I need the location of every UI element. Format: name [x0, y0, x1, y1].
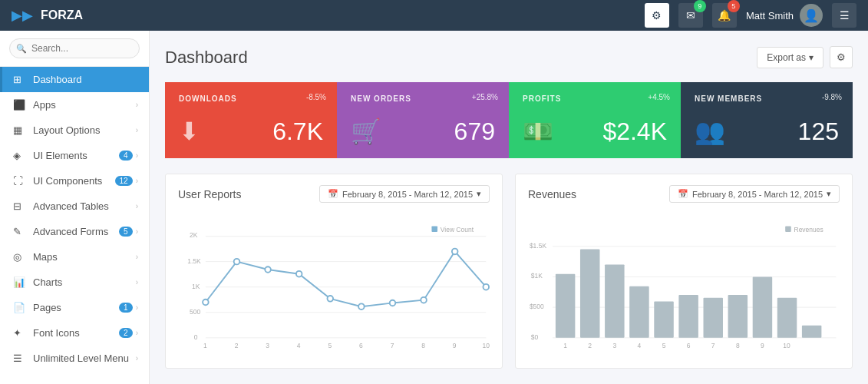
arrow-icon: › — [136, 303, 138, 312]
sidebar-item-unlimited-menu[interactable]: ☰ Unlimited Level Menu › — [0, 346, 149, 371]
revenue-bar-6 — [678, 295, 698, 338]
svg-text:1: 1 — [563, 342, 567, 349]
svg-rect-30 — [431, 226, 437, 232]
downloads-label: DOWNLOADS — [179, 94, 323, 103]
main-layout: 🔍 ⊞ Dashboard ⬛ Apps › ▦ Layout Options … — [0, 31, 868, 384]
gear-button[interactable]: ⚙ — [645, 3, 669, 28]
search-input[interactable] — [9, 38, 140, 58]
revenues-date: February 8, 2015 - March 12, 2015 — [692, 190, 823, 199]
arrow-icon: › — [136, 126, 138, 134]
bell-icon: 🔔 — [718, 9, 731, 22]
svg-text:3: 3 — [266, 342, 269, 349]
svg-text:$1.5K: $1.5K — [530, 242, 547, 250]
pages-icon: 📄 — [13, 302, 28, 313]
svg-text:10: 10 — [483, 342, 490, 349]
user-info: Matt Smith 👤 — [746, 4, 823, 27]
svg-point-10 — [203, 300, 209, 306]
revenue-bar-11 — [802, 326, 821, 338]
revenue-bar-5 — [654, 302, 673, 338]
sidebar-label-charts: Charts — [33, 276, 136, 288]
arrow-icon: › — [136, 202, 138, 210]
user-reports-header: User Reports 📅 February 8, 2015 - March … — [178, 185, 490, 203]
hamburger-button[interactable]: ☰ — [832, 3, 856, 28]
sidebar-label-pages: Pages — [33, 302, 119, 313]
sidebar-item-advanced-tables[interactable]: ⊟ Advanced Tables › — [0, 194, 149, 219]
calendar-icon-revenues: 📅 — [678, 189, 688, 199]
svg-text:7: 7 — [711, 342, 715, 349]
sidebar-search-container: 🔍 — [0, 31, 149, 67]
user-reports-chart: 0 500 1K 1.5K 2K — [178, 212, 490, 354]
user-reports-date-range[interactable]: 📅 February 8, 2015 - March 12, 2015 ▾ — [319, 185, 490, 203]
sidebar-item-layout-options[interactable]: ▦ Layout Options › — [0, 118, 149, 143]
sidebar: 🔍 ⊞ Dashboard ⬛ Apps › ▦ Layout Options … — [0, 31, 150, 384]
arrow-icon: › — [136, 177, 138, 185]
sidebar-label-font-icons: Font Icons — [33, 327, 119, 339]
messages-button[interactable]: ✉ 9 — [678, 3, 703, 28]
svg-text:Revenues: Revenues — [794, 226, 823, 233]
header-actions: Export as ▾ ⚙ — [757, 46, 853, 68]
revenues-date-range[interactable]: 📅 February 8, 2015 - March 12, 2015 ▾ — [669, 185, 840, 203]
logo-text: FORZA — [41, 8, 83, 22]
arrow-icon: › — [136, 329, 138, 337]
sidebar-label-advanced-tables: Advanced Tables — [33, 200, 136, 212]
arrow-icon: › — [136, 227, 138, 236]
content-settings-button[interactable]: ⚙ — [830, 46, 853, 68]
hamburger-icon: ☰ — [840, 9, 850, 22]
pages-badge: 1 — [119, 303, 133, 313]
sidebar-item-advanced-forms[interactable]: ✎ Advanced Forms 5 › — [0, 219, 149, 244]
unlimited-menu-icon: ☰ — [13, 353, 28, 364]
export-arrow-icon: ▾ — [809, 52, 814, 63]
sidebar-item-ui-components[interactable]: ⛶ UI Components 12 › — [0, 168, 149, 194]
sidebar-item-maps[interactable]: ◎ Maps › — [0, 244, 149, 270]
sidebar-item-pages[interactable]: 📄 Pages 1 › — [0, 295, 149, 320]
arrow-icon: › — [136, 151, 138, 160]
calendar-icon: 📅 — [328, 189, 338, 199]
downloads-change: -8.5% — [306, 93, 326, 101]
sidebar-label-dashboard: Dashboard — [33, 74, 138, 85]
export-button[interactable]: Export as ▾ — [757, 47, 823, 68]
svg-text:1K: 1K — [192, 283, 200, 290]
main-content: Dashboard Export as ▾ ⚙ DOWNLOADS -8.5% … — [150, 31, 868, 384]
svg-text:$1K: $1K — [531, 272, 543, 280]
revenues-chart: $0 $500 $1K $1.5K — [528, 212, 840, 354]
svg-text:1.5K: 1.5K — [187, 257, 201, 265]
sidebar-item-charts[interactable]: 📊 Charts › — [0, 270, 149, 295]
svg-text:4: 4 — [638, 342, 642, 349]
sidebar-label-ui-elements: UI Elements — [33, 150, 119, 161]
notifications-badge: 5 — [728, 0, 740, 12]
revenue-bar-2 — [580, 250, 599, 338]
svg-rect-50 — [785, 226, 791, 232]
dashboard-icon: ⊞ — [13, 74, 28, 85]
gear-icon: ⚙ — [652, 9, 662, 22]
arrow-icon: › — [136, 101, 138, 109]
notifications-button[interactable]: 🔔 5 — [712, 3, 737, 28]
profits-change: +4.5% — [648, 93, 670, 101]
revenue-bar-3 — [605, 264, 624, 337]
sidebar-label-unlimited-menu: Unlimited Level Menu — [33, 353, 136, 364]
sidebar-item-dashboard[interactable]: ⊞ Dashboard — [0, 67, 149, 92]
ui-elements-badge: 4 — [119, 151, 133, 161]
svg-text:5: 5 — [328, 342, 332, 349]
chevron-down-icon: ▾ — [477, 189, 481, 199]
svg-text:9: 9 — [761, 342, 764, 349]
svg-point-16 — [390, 300, 396, 306]
user-reports-title: User Reports — [178, 188, 241, 200]
new-members-icon: 👥 — [695, 117, 725, 146]
sidebar-item-apps[interactable]: ⬛ Apps › — [0, 92, 149, 118]
layout-icon: ▦ — [13, 124, 28, 136]
sidebar-label-apps: Apps — [33, 99, 136, 111]
settings-icon: ⚙ — [837, 51, 846, 63]
downloads-icon: ⬇ — [179, 117, 200, 146]
topnav: ▶▶ FORZA ⚙ ✉ 9 🔔 5 Matt Smith 👤 ☰ — [0, 0, 868, 31]
svg-text:View Count: View Count — [441, 226, 474, 233]
maps-icon: ◎ — [13, 251, 28, 263]
svg-text:5: 5 — [662, 342, 666, 349]
revenues-title: Revenues — [528, 188, 576, 200]
stat-cards-container: DOWNLOADS -8.5% ⬇ 6.7K NEW ORDERS +25.8%… — [165, 82, 853, 158]
sidebar-item-font-icons[interactable]: ✦ Font Icons 2 › — [0, 320, 149, 346]
ui-elements-icon: ◈ — [13, 150, 28, 161]
stat-card-new-orders: NEW ORDERS +25.8% 🛒 679 — [337, 82, 509, 158]
svg-text:9: 9 — [453, 342, 457, 349]
svg-text:6: 6 — [359, 342, 363, 349]
sidebar-item-ui-elements[interactable]: ◈ UI Elements 4 › — [0, 143, 149, 168]
